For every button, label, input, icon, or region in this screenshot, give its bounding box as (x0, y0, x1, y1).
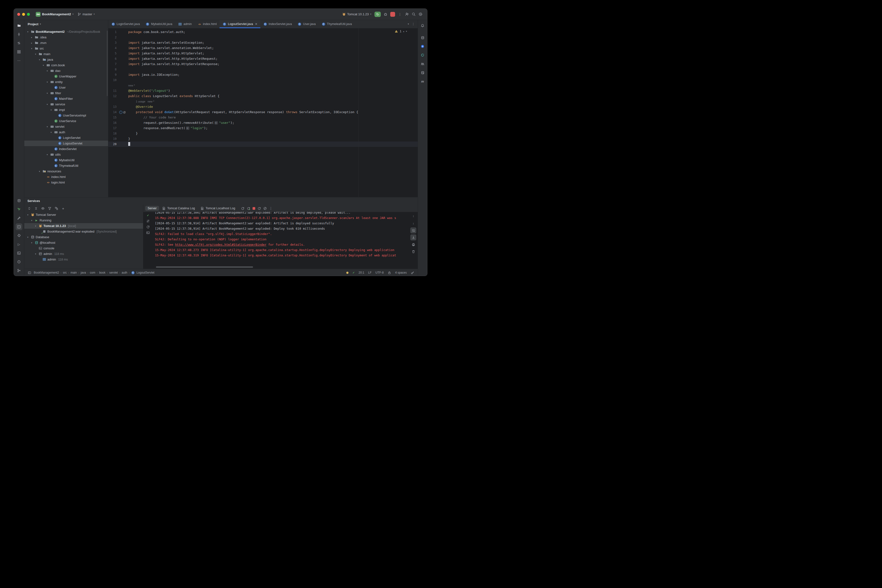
service-item-database[interactable]: ▾Database (24, 234, 143, 240)
console-log[interactable]: [2024-05-15 12:37:38,304] Artifact BookM… (153, 212, 409, 269)
steps-icon[interactable] (146, 219, 150, 223)
version-control-tool-button[interactable] (15, 267, 22, 274)
chevron-down-icon[interactable]: ▾ (26, 31, 29, 33)
breadcrumb-item-src[interactable]: src (63, 271, 67, 274)
database-tool-tool-button[interactable] (15, 197, 22, 204)
clear-icon[interactable] (410, 249, 416, 254)
rerun-icon[interactable] (241, 207, 244, 210)
run-config-widget[interactable]: Tomcat 10.1.23 ▾ (340, 10, 373, 18)
check-green-icon[interactable]: ✓ (147, 214, 149, 217)
gradle-tool-button[interactable] (419, 52, 426, 58)
chevron-down-icon[interactable]: ▾ (46, 103, 49, 106)
chevron-down-icon[interactable]: ▾ (50, 131, 53, 134)
rerun-button[interactable]: ↻ (375, 12, 381, 17)
chevron-down-icon[interactable]: ▾ (30, 219, 33, 222)
inspection-widget[interactable]: 1 ▴ ▾ (394, 30, 407, 33)
chevron-down-icon[interactable]: ▾ (46, 92, 49, 94)
breadcrumb-item-servlet[interactable]: servlet (109, 271, 118, 274)
console-hscrollbar[interactable] (156, 266, 253, 268)
service-item-localhost[interactable]: ▾@localhost (24, 240, 143, 246)
project-item-mvn[interactable]: ▸.mvn (24, 40, 108, 46)
project-item-impl[interactable]: ▾impl (24, 107, 108, 112)
scroll-down-icon[interactable]: ↓ (410, 220, 416, 226)
chevron-down-icon[interactable]: ▾ (38, 58, 41, 61)
code-line[interactable]: 10 (108, 78, 418, 83)
project-item-resources[interactable]: ▾resources (24, 168, 108, 174)
more-options-icon[interactable]: ⋮ (412, 22, 415, 26)
run-status-icon[interactable] (346, 272, 348, 274)
project-item-main[interactable]: ▾main (24, 51, 108, 57)
project-item-thymeleafutil[interactable]: CThymeleafUtil (24, 163, 108, 168)
chevron-down-icon[interactable]: ▾ (34, 53, 37, 56)
chevron-down-icon[interactable]: ▾ (42, 64, 45, 66)
console-tab-tomcat-localhost-log[interactable]: Tomcat Localhost Log (198, 206, 238, 211)
project-widget[interactable]: BM BookManagement2 ▾ (34, 10, 75, 18)
more-actions-icon[interactable]: ⋮ (396, 11, 404, 18)
breadcrumb-item-logoutservlet[interactable]: LogoutServlet (136, 271, 154, 274)
tab-indexservlet-java[interactable]: CIndexServlet.java (260, 20, 295, 28)
more-v-icon[interactable]: ⋮ (269, 207, 273, 210)
debug-icon[interactable] (382, 11, 389, 18)
project-item-user[interactable]: CUser (24, 85, 108, 90)
project-item-dao[interactable]: ▾dao (24, 68, 108, 74)
tab-thymeleafutil-java[interactable]: CThymeleafUtil.java (319, 20, 355, 28)
rerun-icon[interactable] (146, 225, 150, 229)
key-icon[interactable] (411, 271, 414, 274)
service-item-running[interactable]: ▾▶Running (24, 218, 143, 223)
code-line[interactable]: 16 request.getSession().removeAttribute(… (108, 120, 418, 126)
project-item-indexservlet[interactable]: CIndexServlet (24, 146, 108, 152)
services-header[interactable]: Services (24, 197, 418, 205)
terminal-tool-button[interactable] (15, 250, 22, 256)
tool-window-icon[interactable] (28, 271, 32, 274)
code-line[interactable]: 9import java.io.IOException; (108, 72, 418, 78)
rerun-debug-icon[interactable] (247, 207, 250, 210)
project-item-utils[interactable]: ▾utils (24, 152, 108, 158)
code-line[interactable]: 12public class LogoutServlet extends Htt… (108, 93, 418, 99)
ai-assistant-tool-button[interactable] (419, 43, 426, 50)
chevron-down-icon[interactable]: ▾ (26, 236, 29, 238)
next-problem-icon[interactable]: ▾ (406, 30, 407, 33)
code-line[interactable]: 6import jakarta.servlet.http.HttpServlet… (108, 56, 418, 62)
invite-user-icon[interactable] (404, 11, 410, 18)
line-separator[interactable]: LF (368, 271, 372, 274)
endpoints-tool-button[interactable] (15, 206, 22, 213)
zoom-button[interactable] (27, 13, 30, 16)
project-item-logoutservlet[interactable]: CLogoutServlet (24, 141, 108, 146)
project-item-servlet[interactable]: ▾servlet (24, 124, 108, 129)
hidden-tabs-icon[interactable]: ▾ (408, 23, 409, 25)
service-item-tomcat-10-1-23[interactable]: ▾Tomcat 10.1.23[local] (24, 223, 143, 229)
services-tool-tool-button[interactable] (15, 224, 22, 230)
project-item-auth[interactable]: ▾auth (24, 129, 108, 135)
code-line[interactable]: 4import jakarta.servlet.annotation.WebSe… (108, 45, 418, 51)
maven-tool-button[interactable]: m (419, 78, 426, 85)
collapse-all-icon[interactable] (33, 206, 39, 211)
chevron-down-icon[interactable]: ▾ (50, 109, 53, 111)
project-item-mybatisutil[interactable]: CMybatisUtil (24, 158, 108, 163)
chevron-down-icon[interactable]: ▾ (46, 126, 49, 128)
chevron-down-icon[interactable]: ▾ (46, 70, 49, 72)
code-line[interactable]: 19} (108, 136, 418, 141)
code-line[interactable]: 14↑@ protected void doGet(HttpServletReq… (108, 110, 418, 115)
project-item-idea[interactable]: ▸.idea (24, 34, 108, 40)
commit-tool-button[interactable] (15, 31, 22, 38)
project-item-mainfilter[interactable]: CMainFilter (24, 96, 108, 102)
project-tool-button[interactable] (15, 22, 22, 29)
close-icon[interactable]: ✕ (255, 22, 257, 26)
console-icon[interactable] (146, 231, 150, 234)
plugins-tool-button[interactable] (15, 232, 22, 239)
scroll-end-icon[interactable] (410, 234, 416, 240)
breadcrumb-item-main[interactable]: main (70, 271, 77, 274)
tab-mybatisutil-java[interactable]: CMybatisUtil.java (143, 20, 176, 28)
chevron-down-icon[interactable]: ▾ (30, 47, 33, 50)
clear-circle-icon[interactable] (263, 207, 267, 210)
stop-red-icon[interactable] (252, 207, 255, 210)
project-item-userservice[interactable]: IUserService (24, 118, 108, 124)
soft-wrap-icon[interactable] (410, 228, 416, 233)
chevron-down-icon[interactable]: ▾ (46, 81, 49, 83)
tab-admin[interactable]: admin (175, 20, 195, 28)
chevron-down-icon[interactable]: ▾ (46, 153, 49, 156)
problems-tool-button[interactable] (15, 258, 22, 265)
project-item-filter[interactable]: ▾filter (24, 90, 108, 96)
chevron-down-icon[interactable]: ▾ (30, 242, 33, 244)
code-line[interactable]: 15 // Your code here (108, 115, 418, 120)
